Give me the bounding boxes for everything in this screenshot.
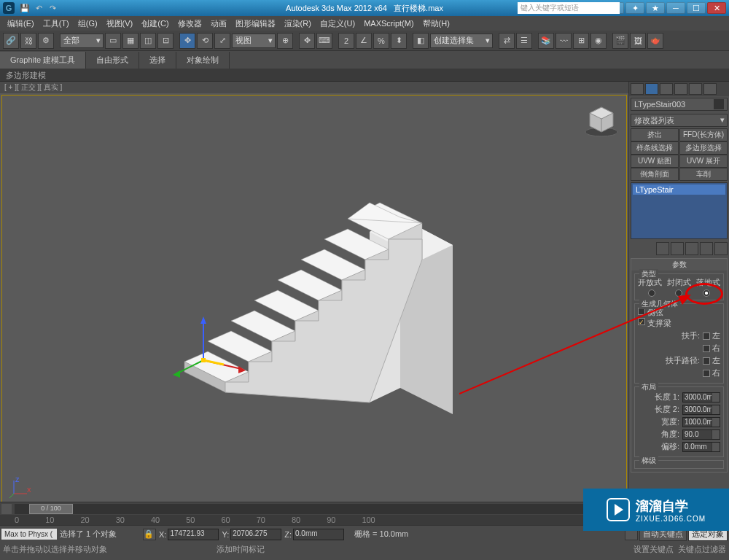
maximize-button[interactable]: ☐ [687,2,706,14]
menu-maxscript[interactable]: MAXScript(M) [359,18,418,29]
menu-animation[interactable]: 动画 [206,17,231,31]
radio-closed[interactable] [675,289,682,297]
render-setup-icon[interactable]: 🎬 [612,33,628,49]
window-crossing-icon[interactable]: ⊡ [157,33,174,49]
unlink-icon[interactable]: ⛓ [20,33,36,49]
ribbon-tab-select[interactable]: 选择 [139,52,176,69]
curve-editor-icon[interactable]: 〰 [555,33,572,49]
chk-support[interactable] [638,318,645,325]
mod-btn-ffd[interactable]: FFD(长方体) [679,128,728,141]
menu-edit[interactable]: 编辑(E) [3,17,39,31]
rotate-icon[interactable]: ⟲ [197,33,213,49]
menu-create[interactable]: 创建(C) [137,17,173,31]
snap2d-icon[interactable]: 2 [338,33,354,49]
field-len1[interactable]: 3000.0mm [682,392,720,402]
move-icon[interactable]: ✥ [179,33,195,49]
time-handle[interactable]: 0 / 100 [29,504,73,514]
radio-box[interactable] [703,289,710,297]
configure-icon[interactable] [714,242,728,255]
field-width[interactable]: 1000.0mm [682,417,720,427]
keyboard-icon[interactable]: ⌨ [316,33,332,49]
menu-help[interactable]: 帮助(H) [418,17,454,31]
link-icon[interactable]: 🔗 [3,33,19,49]
layers-icon[interactable]: 📚 [538,33,554,49]
object-color-swatch[interactable] [714,99,724,109]
coord-z-input[interactable]: 0.0mm [293,529,344,540]
ribbon-tab-paint[interactable]: 对象绘制 [176,52,230,69]
show-end-icon[interactable] [671,242,684,255]
modifier-stack[interactable]: LTypeStair [631,182,728,239]
setkey-button[interactable]: 设置关键点 [634,545,674,553]
keyfilter-button[interactable]: 关键点过滤器 [678,545,726,553]
undo-icon[interactable]: ↶ [33,2,44,14]
ribbon-tab-freeform[interactable]: 自由形式 [86,52,139,69]
material-icon[interactable]: ◉ [590,33,607,49]
pin-stack-icon[interactable] [656,242,669,255]
schematic-icon[interactable]: ⊞ [573,33,589,49]
tab-create-icon[interactable] [631,83,644,95]
unique-icon[interactable] [685,242,698,255]
close-button[interactable]: ✕ [707,2,726,14]
add-time-tag[interactable]: 添加时间标记 [217,544,265,555]
mirror-icon[interactable]: ⇄ [499,33,515,49]
select-icon[interactable]: ▭ [105,33,121,49]
named-selection-dropdown[interactable]: 创建选择集 [430,34,493,48]
menu-group[interactable]: 组(G) [74,17,102,31]
object-name-field[interactable]: LTypeStair003 [631,98,728,111]
minimize-button[interactable]: ─ [666,2,685,14]
viewcube-icon[interactable] [584,103,619,138]
tab-modify-icon[interactable] [645,83,658,95]
pivot-icon[interactable]: ⊕ [277,33,293,49]
stack-item[interactable]: LTypeStair [633,184,725,195]
menu-modifiers[interactable]: 修改器 [174,17,206,31]
chk-path-l[interactable] [703,357,710,365]
menu-render[interactable]: 渲染(R) [280,17,316,31]
chk-path-r[interactable] [703,370,710,377]
mod-btn-bevel[interactable]: 倒角剖面 [631,168,679,181]
bind-icon[interactable]: ⚙ [38,33,54,49]
remove-mod-icon[interactable] [700,242,713,255]
snap-percent-icon[interactable]: % [373,33,389,49]
render-frame-icon[interactable]: 🖼 [630,33,646,49]
mod-btn-polysel[interactable]: 多边形选择 [679,141,728,155]
ref-coord-dropdown[interactable]: 视图 [232,34,276,48]
menu-view[interactable]: 视图(V) [102,17,138,31]
mod-btn-uvwunwrap[interactable]: UVW 展开 [679,155,728,168]
render-icon[interactable]: 🫖 [647,33,663,49]
ribbon-sub[interactable]: 多边形建模 [0,69,729,82]
mod-btn-uvwmap[interactable]: UVW 贴图 [631,155,679,168]
field-angle[interactable]: 90.0 [682,429,720,440]
mod-btn-spline[interactable]: 样条线选择 [631,141,679,155]
select-name-icon[interactable]: ▦ [122,33,139,49]
timeslider-left-icon[interactable] [1,504,12,514]
select-region-icon[interactable]: ◫ [140,33,156,49]
modifier-list-dropdown[interactable]: 修改器列表 [631,114,728,127]
select-manip-icon[interactable]: ✥ [299,33,315,49]
script-listener[interactable]: Max to Physx ( [1,529,57,540]
field-offset[interactable]: 0.0mm [682,442,720,452]
selection-filter-dropdown[interactable]: 全部 [60,34,104,48]
lock-icon[interactable]: 🔒 [143,529,156,540]
tab-motion-icon[interactable] [674,83,687,95]
search-input[interactable]: 键入关键字或短语 [518,2,620,14]
mod-btn-extrude[interactable]: 挤出 [631,128,679,141]
coord-x-input[interactable]: 174721.93 [168,529,219,540]
scale-icon[interactable]: ⤢ [214,33,230,49]
ribbon-tab-graphite[interactable]: Graphite 建模工具 [0,52,86,69]
chk-hand-r[interactable] [703,345,710,352]
menu-customize[interactable]: 自定义(U) [316,17,359,31]
coord-y-input[interactable]: 20706.275 [230,529,281,540]
tool2-icon[interactable]: ★ [646,2,665,14]
tool1-icon[interactable]: ✦ [625,2,644,14]
field-len2[interactable]: 3000.0mm [682,405,720,415]
spinner-snap-icon[interactable]: ⬍ [391,33,407,49]
radio-open[interactable] [648,289,655,297]
menu-tools[interactable]: 工具(T) [39,17,74,31]
tab-display-icon[interactable] [689,83,702,95]
align-icon[interactable]: ☰ [516,33,532,49]
mod-btn-lathe[interactable]: 车削 [679,168,728,181]
chk-hand-l[interactable] [703,332,710,340]
redo-icon[interactable]: ↷ [47,2,58,14]
named-sel-icon[interactable]: ◧ [413,33,429,49]
tab-utilities-icon[interactable] [703,83,717,95]
